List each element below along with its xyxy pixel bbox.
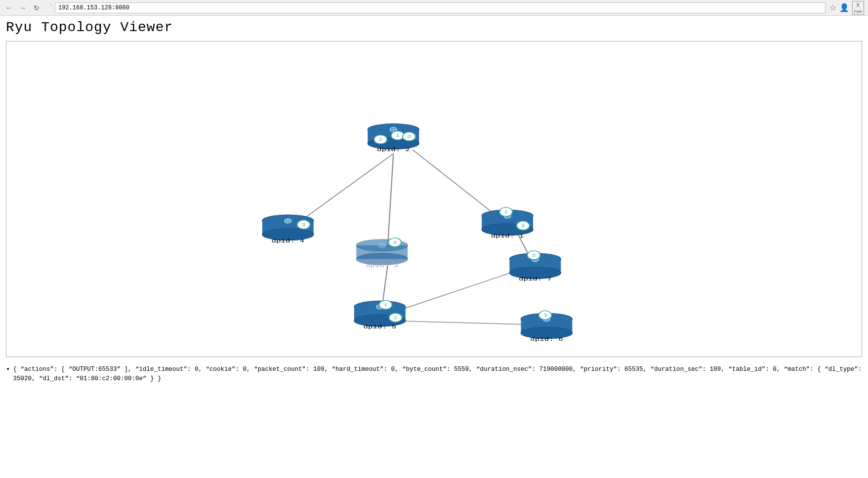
reload-button[interactable]: ↻: [32, 3, 41, 13]
router-sw6[interactable]: ⊕ dpid: 6 3: [521, 311, 572, 342]
svg-text:2: 2: [521, 224, 525, 229]
svg-text:3: 3: [532, 253, 536, 258]
back-button[interactable]: ←: [4, 3, 14, 13]
svg-text:dpid: 1: dpid: 1: [491, 233, 524, 239]
topology-svg: ⊕ dpid: 2 1 2 3 ⊕ dpid: 4 3 ⊕ dpid: 1: [6, 41, 862, 357]
topology-container: ⊕ dpid: 2 1 2 3 ⊕ dpid: 4 3 ⊕ dpid: 1: [6, 41, 862, 357]
page-icon: 📄: [45, 4, 53, 11]
svg-text:1: 1: [396, 133, 400, 138]
x-path-button[interactable]: XPath: [852, 1, 864, 15]
svg-text:dpid: 5: dpid: 5: [364, 324, 397, 330]
router-sw-top[interactable]: ⊕ dpid: 2 1 2 3: [368, 123, 419, 153]
svg-text:dpid: 3: dpid: 3: [366, 263, 399, 269]
forward-button[interactable]: →: [18, 3, 28, 13]
svg-text:dpid: 6: dpid: 6: [530, 336, 563, 342]
router-sw3[interactable]: ⊕ dpid: 3 3: [356, 238, 408, 269]
svg-text:2: 2: [378, 137, 382, 142]
svg-text:3: 3: [543, 313, 547, 318]
svg-text:1: 1: [384, 303, 388, 308]
svg-text:3: 3: [393, 240, 397, 245]
svg-text:1: 1: [504, 210, 508, 215]
router-sw7[interactable]: ⊕ dpid: 7 3: [509, 251, 561, 282]
router-sw4[interactable]: ⊕ dpid: 4 3: [262, 215, 314, 244]
flow-bullet: •: [6, 365, 10, 375]
chrome-icons: ☆ 👤 XPath: [829, 1, 864, 15]
star-button[interactable]: ☆: [829, 3, 836, 12]
flow-info-panel: • { “actions”: [ “OUTPUT:65533” ], “idle…: [0, 361, 868, 388]
router-sw1[interactable]: ⊕ dpid: 1 1 2: [482, 207, 533, 239]
svg-text:⊕: ⊕: [284, 216, 292, 227]
link-sw5-sw7: [396, 268, 525, 312]
svg-text:3: 3: [407, 134, 411, 139]
profile-button[interactable]: 👤: [839, 3, 849, 12]
flow-info-item: • { “actions”: [ “OUTPUT:65533” ], “idle…: [6, 365, 862, 384]
browser-chrome: ← → ↻ 📄 ☆ 👤 XPath: [0, 0, 868, 16]
svg-text:⊕: ⊕: [378, 240, 386, 251]
svg-text:dpid: 2: dpid: 2: [377, 147, 410, 153]
link-top-sw3: [388, 154, 394, 247]
svg-text:dpid: 7: dpid: 7: [519, 277, 552, 282]
address-bar[interactable]: [55, 2, 826, 13]
svg-text:2: 2: [394, 316, 398, 320]
link-sw5-sw6: [403, 321, 530, 324]
svg-text:3: 3: [302, 223, 306, 228]
svg-text:dpid: 4: dpid: 4: [271, 238, 304, 244]
flow-text: { “actions”: [ “OUTPUT:65533” ], “idle_t…: [13, 365, 862, 384]
page-title: Ryu Topology Viewer: [0, 16, 868, 37]
router-sw5[interactable]: ⊕ dpid: 5 2 1: [354, 300, 406, 330]
